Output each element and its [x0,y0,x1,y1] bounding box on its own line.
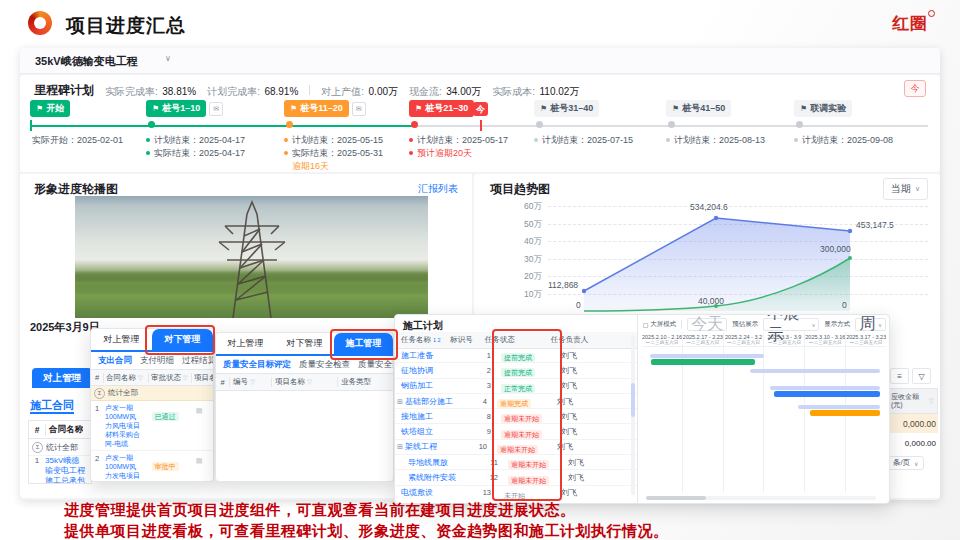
flag-icon: ⚑ [800,104,807,113]
sort-indicator[interactable]: 1 2 [433,337,441,343]
sigma-icon: Σ [32,442,43,453]
annotation-box-task-status-column [492,329,562,501]
stat-label: 实际完成率: [105,86,158,97]
amount-column-header: 应收金额(元) ▽ [888,388,938,414]
v-scrollbar[interactable] [631,335,635,495]
expand-icon[interactable]: ⊞ [397,398,403,405]
display-mode-select[interactable]: 周∨ [855,318,886,331]
estimate-label: 预估展示 [732,320,758,329]
subtab-process-settle[interactable]: 过程结算 [182,355,213,367]
timeline-start-tick [30,120,32,131]
milestone-detail: 计划结束：2025-09-08 [794,134,893,147]
milestone-detail: 计划结束：2025-05-15 [284,134,383,147]
flag-icon: ⚑ [672,104,679,113]
milestone-badge-start[interactable]: ⚑开始 [30,100,70,117]
subtab-qs-reward[interactable]: 质量安全奖罚 [358,359,393,371]
h-scrollbar-thumb[interactable] [646,496,706,500]
data-label: 0 [842,300,847,310]
flag-icon: ⚑ [540,104,547,113]
sigma-icon: Σ [94,388,105,399]
tab-downstream[interactable]: 对下管理 [275,333,334,354]
estimate-select[interactable]: 不展示∨ [763,318,819,331]
milestone-header: 里程碑计划 实际完成率: 38.81% 计划完成率: 68.91% 对上产值: … [34,81,579,99]
tab-upstream[interactable]: 对上管理 [216,333,275,354]
today-button[interactable]: 今 [904,80,926,97]
back-section-title[interactable]: 施工合同 [30,398,74,413]
milestone-detail: 计划结束：2025-04-17 [146,134,245,147]
milestone-badge[interactable]: ⚑桩号41–50 [666,100,731,117]
subtab-expense-contract[interactable]: 支出合同 [98,355,132,367]
column-header: 合同名称 [45,424,83,436]
page-size-select[interactable]: 条/页∨ [888,456,924,470]
contract-link[interactable]: 35kV峨德输变电工程施工总承包合同 [45,456,87,484]
table-header: # 编号▽ 项目名称▽ 业务类型 [216,373,393,391]
expand-icon[interactable]: ⊞ [397,443,403,450]
footer-text-line2: 提供单项目进度看板，可查看里程碑计划、形象进度、资金趋势图和施工计划执行情况。 [64,522,669,540]
flag-icon: ⚑ [415,104,422,113]
milestone-badge[interactable]: ⚑桩号21–30 [409,100,474,117]
project-thumb: ▤ [185,451,213,465]
milestone-badge[interactable]: ⚑桩号1–10 [146,100,206,117]
table-row[interactable]: 2 卢发一期100MW风力发电项目材料采购合同 审批中 ▤ [91,451,213,482]
project-selector[interactable]: 35kV峨德输变电工程 [35,54,138,69]
flag-icon: ⚑ [36,104,43,113]
gantt-plan-bar[interactable] [770,386,880,390]
v-scrollbar-thumb[interactable] [631,383,635,417]
gantt-actual-bar-orange[interactable] [810,410,880,416]
subtab-payment-detail[interactable]: 支付明细 [140,355,174,367]
annotation-box-downstream-tab [145,325,215,355]
summary-row: Σ 统计全部 [91,386,213,401]
column-header: # [29,425,45,435]
back-table: # 合同名称 Σ 统计全部 1 35kV峨德输变电工程施工总承包合同 [28,420,92,484]
milestone-detail: 计划结束：2025-05-17 [409,134,508,147]
filter-icon[interactable]: ▽ [929,397,934,405]
envelope-icon[interactable]: ✉ [352,102,366,116]
gantt-actual-bar-green[interactable] [651,359,755,365]
envelope-icon[interactable]: ✉ [209,102,223,116]
stat-value: 110.02万 [540,86,580,97]
contract-link[interactable]: 卢发一期100MW风力风电项目材料采购合同-电缆 [103,401,145,450]
amount-cell: 0,000.00 [888,436,938,451]
progress-photo[interactable] [75,196,428,318]
fullscreen-toggle[interactable]: ▢大屏模式 [643,320,677,329]
timeline-dot [668,121,675,128]
gantt-actual-bar-blue[interactable] [774,391,880,397]
gantt-plan-bar[interactable] [750,369,880,373]
brand-logo: 红圈 [892,12,935,35]
chevron-down-icon: ∨ [878,322,882,328]
filter-icon: ▽ [183,374,188,381]
milestone-badge[interactable]: ⚑桩号11–20 [284,100,349,117]
contract-link[interactable]: 卢发一期100MW风力发电项目材料采购合同 [103,451,145,482]
today-button[interactable]: 今天 [687,318,727,331]
timeline-dot [148,121,155,128]
milestone-badge[interactable]: ⚑联调实验 [794,100,852,117]
gantt-plan-bar[interactable] [650,354,764,358]
timeline-progress-line [30,125,412,127]
stat-label: 对上产值: [321,86,364,97]
filter-icon: ▽ [250,378,255,385]
sort-icon[interactable]: ≡ [890,368,909,384]
h-scrollbar[interactable] [646,496,876,500]
chevron-down-icon: ∨ [812,322,816,328]
data-label: 112,868 [548,280,578,290]
subtab-qs-target[interactable]: 质量安全目标评定 [223,359,291,371]
report-list-link[interactable]: 汇报列表 [418,182,458,196]
back-section-underline [30,412,74,414]
milestone-detail: 实际结束：2025-04-17 [146,147,245,160]
milestone-badge[interactable]: ⚑桩号31–40 [534,100,599,117]
status-badge: 已通过 [152,412,179,421]
timeline-dot [411,121,418,128]
table-header: # 合同名称▽ 审批状态▽ 项目名称 [91,369,213,386]
stat-value: 68.91% [264,86,298,97]
filter-icon: ▽ [138,374,143,381]
tab-upstream[interactable]: 对上管理 [91,329,152,350]
gantt-plan-bar[interactable] [798,405,880,409]
subtab-qs-check[interactable]: 质量安全检查 [299,359,350,371]
page-title: 项目进度汇总 [66,13,186,39]
chevron-down-icon[interactable]: ∨ [165,54,171,63]
table-row[interactable]: 1 卢发一期100MW风力风电项目材料采购合同-电缆 已通过 ▤ [91,401,213,451]
back-tab-upstream[interactable]: 对上管理 [32,368,92,388]
data-label: 0 [576,300,581,310]
chevron-down-icon: ∨ [915,185,920,193]
filter-icon[interactable]: ▽ [912,368,931,384]
